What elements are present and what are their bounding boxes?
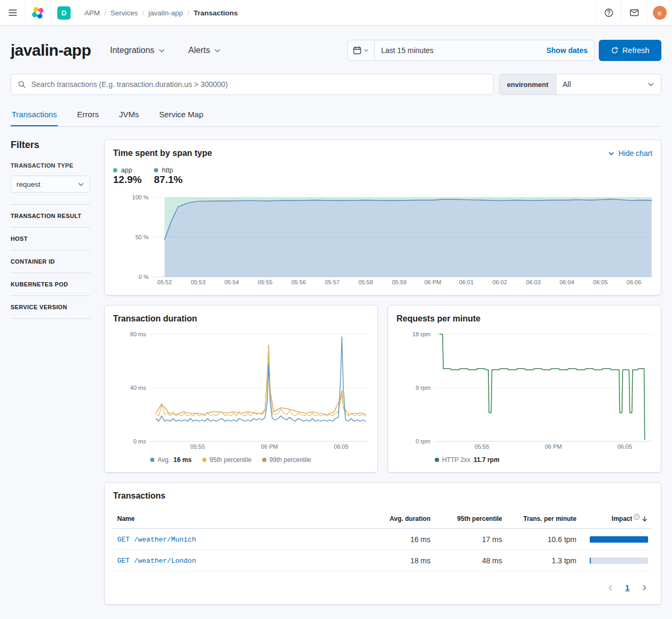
column-header-impact[interactable]: Impact ? (581, 509, 652, 529)
breadcrumb-separator (142, 9, 144, 17)
filter-section-kubernetes-pod[interactable]: KUBERNETES POD (11, 273, 90, 295)
breadcrumb-item-services[interactable]: Services (110, 9, 138, 17)
http-2xx-legend-dot (435, 458, 439, 462)
p95-legend-dot (202, 458, 206, 462)
column-header-trans-per-minute[interactable]: Trans. per minute (506, 509, 581, 529)
integrations-menu-button[interactable]: Integrations (110, 46, 165, 55)
impact-bar (590, 536, 648, 543)
app-legend-label: app (121, 167, 132, 174)
svg-text:06 PM: 06 PM (424, 279, 441, 285)
tab-service-map[interactable]: Service Map (158, 104, 204, 126)
time-range-display[interactable]: Last 15 minutes Show dates (375, 40, 594, 60)
transaction-duration-panel: Transaction duration 80 ms40 ms0 ms05:55… (104, 305, 378, 473)
help-icon (604, 8, 614, 18)
mail-icon (630, 8, 639, 18)
svg-text:50 %: 50 % (135, 234, 149, 240)
breadcrumb-separator (104, 9, 106, 17)
environment-filter: environment All (499, 74, 661, 95)
avg-legend-value: 16 ms (174, 456, 192, 464)
filter-section-host[interactable]: HOST (11, 227, 90, 250)
legend-item-avg[interactable]: Avg. 16 ms (150, 456, 192, 464)
table-row: GET /weather/London 18 ms 48 ms 1.3 tpm (113, 550, 652, 571)
alerts-menu-button[interactable]: Alerts (188, 46, 221, 55)
svg-text:05:54: 05:54 (225, 279, 239, 285)
http-2xx-legend-label: HTTP 2xx (442, 456, 470, 464)
p95-value: 17 ms (435, 529, 506, 550)
transaction-link-weather-london[interactable]: GET /weather/London (117, 557, 196, 565)
legend-item-app[interactable]: app 12.9% (113, 167, 154, 186)
hide-chart-label: Hide chart (618, 149, 652, 158)
environment-value: All (563, 80, 571, 89)
refresh-button[interactable]: Refresh (599, 40, 661, 61)
next-page-button[interactable] (636, 580, 652, 596)
divider (50, 0, 51, 25)
sort-descending-icon (641, 516, 648, 522)
requests-per-minute-chart[interactable]: 18 rpm9 rpm0 rpm05:5506 PM06:05 (397, 330, 652, 451)
svg-text:05:57: 05:57 (325, 279, 340, 285)
calendar-icon (353, 46, 361, 55)
chevron-down-icon (608, 150, 615, 157)
svg-text:0 %: 0 % (139, 274, 149, 280)
rpm-chart-legend: HTTP 2xx 11.7 rpm (435, 456, 652, 464)
alerts-label: Alerts (188, 46, 210, 55)
span-type-chart[interactable]: 100 %50 %0 %05:5205:5305:5405:5505:5605:… (113, 193, 652, 286)
chevron-down-icon (77, 181, 84, 188)
svg-text:06:02: 06:02 (493, 279, 507, 285)
date-picker: Last 15 minutes Show dates (347, 40, 595, 61)
filter-section-service-version[interactable]: SERVICE VERSION (11, 295, 90, 318)
svg-text:9 rpm: 9 rpm (416, 385, 430, 391)
column-header-avg-duration[interactable]: Avg. duration (371, 509, 435, 529)
legend-item-http-2xx[interactable]: HTTP 2xx 11.7 rpm (435, 456, 499, 464)
svg-text:100 %: 100 % (132, 194, 149, 200)
elastic-home-button[interactable] (25, 0, 50, 25)
p95-value: 48 ms (435, 550, 506, 571)
page-title: javalin-app (11, 41, 91, 59)
http-legend-label: http (162, 167, 173, 174)
svg-text:06 PM: 06 PM (261, 443, 278, 450)
newsfeed-button[interactable] (622, 0, 647, 25)
chevron-down-icon (364, 48, 369, 53)
svg-text:06:04: 06:04 (559, 279, 574, 285)
legend-item-95th-percentile[interactable]: 95th percentile (202, 456, 252, 464)
show-dates-button[interactable]: Show dates (546, 46, 588, 55)
requests-per-minute-panel: Requests per minute 18 rpm9 rpm0 rpm05:5… (387, 305, 661, 473)
pagination: 1 (113, 580, 652, 596)
tab-jvms[interactable]: JVMs (118, 104, 140, 126)
table-header-row: Name Avg. duration 95th percentile Trans… (113, 509, 652, 529)
legend-item-99th-percentile[interactable]: 99th percentile (262, 456, 312, 464)
search-icon (18, 80, 26, 89)
tab-errors[interactable]: Errors (76, 104, 100, 126)
previous-page-button[interactable] (602, 580, 618, 596)
app-percentage: 12.9% (113, 174, 142, 185)
column-header-95th-percentile[interactable]: 95th percentile (435, 509, 506, 529)
transactions-table-title: Transactions (113, 491, 652, 501)
environment-select[interactable]: All (556, 74, 661, 94)
quick-select-button[interactable] (348, 40, 375, 60)
help-menu-button[interactable] (596, 0, 621, 25)
hide-chart-button[interactable]: Hide chart (608, 149, 652, 158)
svg-text:05:55: 05:55 (475, 443, 489, 450)
user-menu-button[interactable]: e (647, 0, 672, 25)
transaction-link-weather-munich[interactable]: GET /weather/Munich (117, 536, 196, 544)
breadcrumb-item-javalin-app[interactable]: javalin-app (149, 9, 183, 17)
svg-text:80 ms: 80 ms (130, 331, 146, 337)
page-1-button[interactable]: 1 (619, 580, 635, 596)
space-switcher-button[interactable]: D (57, 6, 71, 20)
transaction-duration-chart[interactable]: 80 ms40 ms0 ms05:5506 PM06:05 (113, 330, 369, 451)
impact-bar (590, 557, 648, 564)
search-transactions-box (11, 74, 494, 95)
svg-text:05:59: 05:59 (392, 279, 407, 285)
avatar: e (653, 6, 667, 20)
legend-item-http[interactable]: http 87.1% (154, 167, 195, 186)
menu-button[interactable] (0, 0, 25, 25)
breadcrumb-item-apm[interactable]: APM (84, 9, 100, 17)
filter-section-container-id[interactable]: CONTAINER ID (11, 250, 90, 273)
transaction-type-select[interactable]: request (11, 176, 90, 193)
top-navigation-bar: D APM Services javalin-app Transactions … (0, 0, 672, 26)
transaction-duration-title: Transaction duration (113, 314, 369, 324)
tab-transactions[interactable]: Transactions (11, 104, 58, 126)
p99-legend-label: 99th percentile (270, 456, 312, 464)
divider (11, 318, 90, 319)
search-input[interactable] (11, 74, 494, 95)
filter-section-transaction-result[interactable]: TRANSACTION RESULT (11, 204, 90, 227)
